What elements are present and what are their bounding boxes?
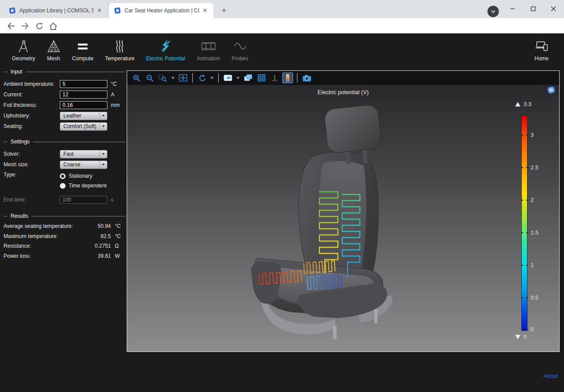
radio-stationary[interactable]: Stationary bbox=[60, 173, 106, 179]
snapshot-button[interactable] bbox=[301, 73, 312, 83]
zoom-box-icon bbox=[158, 74, 167, 82]
toolbar-separator bbox=[192, 73, 193, 83]
home-icon bbox=[49, 22, 58, 30]
current-input[interactable] bbox=[60, 91, 107, 99]
plot-title: Electric potential (V) bbox=[127, 89, 559, 95]
tab-application-library[interactable]: Application Library | COMSOL Se ✕ bbox=[4, 3, 108, 18]
browser-toolbar: comsol.com/server-demo/app/car_seat_heat… bbox=[0, 18, 564, 33]
graphics-toolbar bbox=[127, 71, 559, 85]
radio-selected-icon[interactable] bbox=[60, 173, 66, 179]
ribbon-label: Home bbox=[535, 55, 549, 62]
zoom-in-button[interactable] bbox=[131, 73, 142, 83]
ribbon-item-compute[interactable]: Compute bbox=[66, 33, 99, 69]
axis-orientation-button[interactable] bbox=[269, 73, 280, 83]
scene-light-icon bbox=[223, 74, 232, 82]
scene-light-button[interactable] bbox=[223, 73, 233, 83]
selected-value: Fast bbox=[63, 151, 99, 157]
legend-tick: 1.5 bbox=[531, 229, 548, 236]
field-label: Seating: bbox=[4, 123, 60, 129]
result-unit: °C bbox=[115, 233, 125, 239]
ribbon-label: Compute bbox=[72, 55, 94, 62]
lightning-bolt-icon bbox=[159, 39, 172, 54]
mesh-size-row: Mesh size: Coarse bbox=[4, 159, 125, 170]
reload-button[interactable] bbox=[33, 20, 45, 32]
comsol-app: Geometry Mesh Compute Temperature bbox=[0, 33, 564, 392]
ribbon-item-mesh[interactable]: Mesh bbox=[41, 33, 66, 69]
foil-thickness-input[interactable] bbox=[60, 101, 107, 109]
ribbon-item-geometry[interactable]: Geometry bbox=[6, 33, 41, 69]
chevron-down-icon bbox=[99, 123, 107, 130]
mesh-size-select[interactable]: Coarse bbox=[60, 161, 107, 169]
result-maximum-temperature: Maximum temperature: 82.5 °C bbox=[4, 233, 125, 243]
legend-tick: 1 bbox=[531, 262, 548, 269]
zoom-extents-icon bbox=[179, 74, 187, 82]
minimize-button[interactable] bbox=[506, 4, 519, 14]
parameter-sidebar: Input Ambient temperature: °C Current: A… bbox=[4, 69, 125, 263]
result-unit: °C bbox=[115, 223, 125, 229]
ambient-temperature-row: Ambient temperature: °C bbox=[4, 79, 125, 89]
zoom-out-button[interactable] bbox=[144, 73, 155, 83]
tab-close-icon[interactable]: ✕ bbox=[201, 7, 209, 15]
field-label: Type: bbox=[4, 172, 60, 178]
plot-canvas[interactable]: Electric potential (V) 3.3 3 2.5 2 1.5 1… bbox=[127, 85, 559, 352]
type-row: Type: Stationary Time dependent bbox=[4, 172, 125, 193]
radio-unselected-icon[interactable] bbox=[60, 183, 66, 189]
result-power-loss: Power loss: 39.61 W bbox=[4, 253, 125, 263]
back-button[interactable] bbox=[5, 20, 17, 32]
zoom-box-button[interactable] bbox=[157, 73, 168, 83]
view-dropdown-caret[interactable] bbox=[210, 77, 214, 79]
color-legend-icon bbox=[285, 74, 290, 82]
field-label: Solver: bbox=[4, 151, 60, 157]
solver-select[interactable]: Fast bbox=[60, 150, 107, 158]
about-link[interactable]: About bbox=[543, 373, 558, 379]
scene-light-dropdown-caret[interactable] bbox=[236, 77, 240, 79]
field-label: Upholstery: bbox=[4, 113, 60, 119]
seating-select[interactable]: Comfort (Soft) bbox=[60, 122, 107, 131]
tab-title: Car Seat Heater Application | CO bbox=[125, 7, 199, 14]
ambient-temperature-input[interactable] bbox=[60, 80, 107, 88]
zoom-extents-button[interactable] bbox=[178, 73, 188, 83]
zoom-box-dropdown-caret[interactable] bbox=[171, 77, 175, 79]
ribbon-item-home[interactable]: Home bbox=[528, 33, 555, 62]
field-label: Current: bbox=[4, 92, 60, 98]
tab-close-icon[interactable]: ✕ bbox=[95, 7, 103, 15]
ribbon-label: Animation bbox=[197, 55, 220, 62]
close-button[interactable] bbox=[547, 4, 560, 14]
tab-search-button[interactable] bbox=[487, 6, 499, 17]
ribbon-item-temperature[interactable]: Temperature bbox=[99, 33, 140, 69]
tab-car-seat-heater[interactable]: Car Seat Heater Application | CO ✕ bbox=[109, 3, 213, 18]
new-tab-button[interactable]: + bbox=[219, 5, 229, 16]
maximize-button[interactable] bbox=[527, 4, 540, 14]
tab-title: Application Library | COMSOL Se bbox=[19, 7, 94, 14]
equals-icon bbox=[76, 39, 89, 54]
upholstery-select[interactable]: Leather bbox=[60, 112, 107, 120]
chevron-down-icon bbox=[491, 10, 495, 13]
heat-waves-icon bbox=[113, 39, 126, 54]
ribbon-item-electric-potential[interactable]: Electric Potential bbox=[140, 33, 191, 69]
color-legend: 3.3 3 2.5 2 1.5 1 0.5 0 0 bbox=[514, 101, 554, 347]
result-label: Resistance: bbox=[4, 243, 88, 249]
environment-button[interactable] bbox=[243, 73, 253, 83]
show-grid-button[interactable] bbox=[256, 73, 267, 83]
result-resistance: Resistance: 0.2751 Ω bbox=[4, 243, 125, 253]
reload-icon bbox=[35, 22, 44, 30]
seating-row: Seating: Comfort (Soft) bbox=[4, 121, 125, 132]
min-triangle-icon bbox=[515, 335, 520, 339]
field-label: Ambient temperature: bbox=[4, 81, 60, 87]
current-row: Current: A bbox=[4, 89, 125, 100]
comsol-favicon bbox=[114, 7, 121, 14]
legend-tick: 0 bbox=[531, 326, 548, 333]
back-icon bbox=[7, 22, 15, 30]
browser-home-button[interactable] bbox=[48, 20, 59, 32]
radio-time-dependent[interactable]: Time dependent bbox=[60, 183, 106, 189]
color-legend-button[interactable] bbox=[282, 73, 293, 83]
camera-icon bbox=[302, 74, 311, 82]
axis-orientation-icon bbox=[271, 74, 279, 82]
end-time-input bbox=[60, 196, 107, 204]
chevron-down-icon bbox=[99, 161, 107, 169]
radio-label: Stationary bbox=[69, 173, 92, 179]
devices-home-icon bbox=[534, 39, 549, 54]
default-view-button[interactable] bbox=[197, 73, 207, 83]
mesh-triangle-icon bbox=[47, 39, 61, 54]
forward-button[interactable] bbox=[19, 20, 31, 32]
